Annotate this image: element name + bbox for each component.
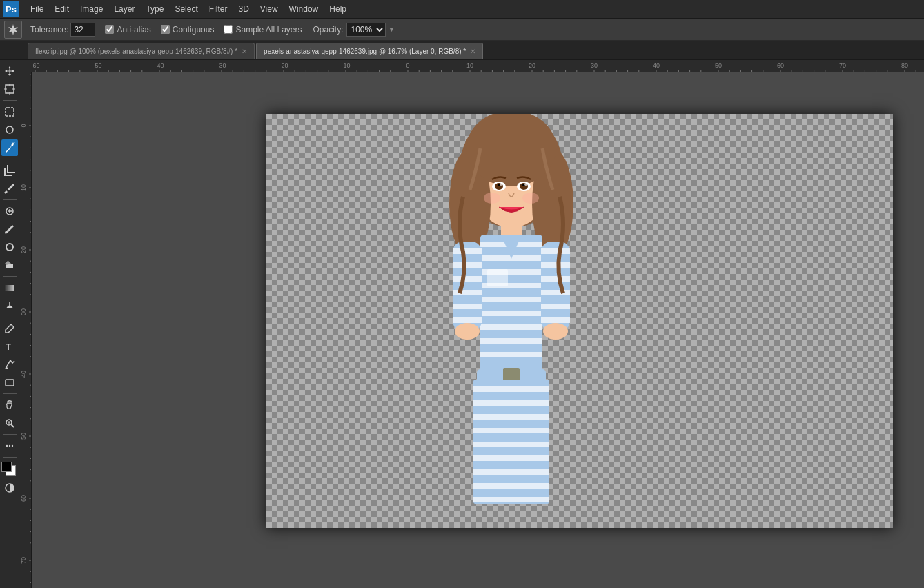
lasso-tool[interactable]: [1, 121, 18, 138]
anti-alias-label: Anti-alias: [117, 25, 150, 35]
tab-pexels[interactable]: pexels-anastasiya-gepp-1462639.jpg @ 16.…: [256, 43, 483, 59]
svg-rect-53: [473, 483, 549, 489]
separator-5: [3, 317, 17, 317]
svg-point-22: [8, 445, 10, 447]
sample-all-layers-label: Sample All Layers: [235, 25, 302, 35]
foreground-color-swatch[interactable]: [1, 462, 12, 472]
menu-file[interactable]: File: [25, 3, 49, 15]
svg-rect-58: [453, 276, 482, 282]
menu-select[interactable]: Select: [169, 3, 203, 15]
magic-wand-tool[interactable]: [1, 139, 18, 156]
anti-alias-checkbox[interactable]: [105, 25, 114, 34]
extra-tools[interactable]: [1, 438, 18, 454]
svg-rect-57: [453, 262, 482, 268]
ruler-horizontal: [32, 60, 924, 72]
svg-rect-50: [473, 442, 549, 447]
svg-point-78: [524, 183, 527, 186]
svg-rect-54: [473, 497, 549, 502]
canvas-container[interactable]: [32, 72, 924, 588]
path-selection-tool[interactable]: [1, 356, 18, 373]
pen-tool[interactable]: [1, 320, 18, 337]
separator-4: [3, 276, 17, 277]
menu-edit[interactable]: Edit: [49, 3, 75, 15]
eraser-tool[interactable]: [1, 257, 18, 273]
marquee-tool[interactable]: [1, 104, 18, 120]
svg-point-80: [522, 193, 539, 204]
svg-point-7: [11, 144, 13, 146]
menu-help[interactable]: Help: [324, 3, 352, 15]
menu-bar: Ps File Edit Image Layer Type Select Fil…: [0, 0, 924, 19]
menu-3d[interactable]: 3D: [233, 3, 254, 15]
type-tool[interactable]: T: [1, 338, 18, 355]
move-tool[interactable]: [1, 63, 18, 79]
main-layout: T: [0, 60, 924, 588]
separator-2: [3, 159, 17, 159]
opacity-select[interactable]: 100% 75% 50% 25%: [346, 23, 386, 37]
menu-view[interactable]: View: [255, 3, 284, 15]
tab-pexels-label: pexels-anastasiya-gepp-1462639.jpg @ 16.…: [264, 48, 466, 55]
tab-flexclip[interactable]: flexclip.jpg @ 100% (pexels-anastasiya-g…: [28, 43, 255, 59]
svg-rect-36: [480, 297, 542, 302]
svg-rect-65: [541, 262, 570, 268]
hand-tool[interactable]: [1, 397, 18, 413]
menu-window[interactable]: Window: [284, 3, 324, 15]
shape-tool[interactable]: [1, 374, 18, 391]
separator-8: [3, 457, 17, 458]
tab-flexclip-close[interactable]: ✕: [242, 48, 247, 55]
tab-pexels-close[interactable]: ✕: [470, 48, 475, 55]
gradient-tool[interactable]: [1, 280, 18, 296]
toolbar: T: [0, 60, 19, 588]
svg-rect-38: [480, 324, 542, 330]
color-swatches[interactable]: [1, 462, 18, 477]
separator-6: [3, 393, 17, 394]
separator-7: [3, 434, 17, 435]
artboard-tool[interactable]: [1, 81, 18, 97]
svg-rect-39: [480, 338, 542, 344]
svg-rect-69: [541, 317, 570, 323]
svg-point-77: [500, 183, 502, 186]
svg-rect-5: [6, 108, 14, 116]
contiguous-label: Contiguous: [173, 25, 215, 35]
tolerance-input[interactable]: [70, 23, 95, 37]
svg-rect-40: [480, 352, 542, 357]
clone-tool[interactable]: [1, 239, 18, 255]
menu-layer[interactable]: Layer: [108, 3, 140, 15]
tolerance-label: Tolerance:: [30, 25, 68, 35]
zoom-tool[interactable]: [1, 415, 18, 431]
eyedropper-tool[interactable]: [1, 180, 18, 197]
separator-3: [3, 199, 17, 200]
dodge-burn-tool[interactable]: [1, 297, 18, 314]
document-canvas: [266, 114, 893, 528]
svg-point-70: [543, 323, 568, 340]
svg-rect-59: [453, 290, 482, 295]
contiguous-checkbox[interactable]: [161, 25, 170, 34]
menu-type[interactable]: Type: [140, 3, 169, 15]
svg-rect-47: [473, 400, 549, 406]
sample-all-layers-checkbox[interactable]: [224, 25, 233, 34]
svg-rect-68: [541, 304, 570, 309]
crop-tool[interactable]: [1, 162, 18, 179]
svg-rect-51: [473, 455, 549, 461]
healing-brush-tool[interactable]: [1, 203, 18, 219]
svg-rect-66: [541, 276, 570, 282]
svg-point-21: [6, 445, 7, 447]
svg-point-79: [484, 193, 500, 204]
svg-rect-49: [473, 428, 549, 433]
menu-filter[interactable]: Filter: [204, 3, 233, 15]
svg-rect-64: [541, 248, 570, 254]
ps-logo: Ps: [3, 1, 19, 17]
woman-figure: [439, 114, 584, 521]
quick-mask-tool[interactable]: [1, 480, 18, 496]
svg-point-23: [11, 445, 12, 447]
svg-rect-37: [480, 311, 542, 316]
svg-rect-12: [5, 285, 14, 291]
menu-image[interactable]: Image: [75, 3, 108, 15]
ruler-corner: [19, 60, 32, 72]
opacity-label: Opacity:: [313, 25, 344, 35]
svg-rect-60: [453, 304, 482, 309]
svg-rect-42: [487, 269, 508, 286]
brush-tool[interactable]: [1, 221, 18, 237]
tab-flexclip-label: flexclip.jpg @ 100% (pexels-anastasiya-g…: [35, 48, 237, 55]
tool-preset-picker[interactable]: [4, 21, 22, 39]
options-bar: Tolerance: Anti-alias Contiguous Sample …: [0, 19, 924, 41]
